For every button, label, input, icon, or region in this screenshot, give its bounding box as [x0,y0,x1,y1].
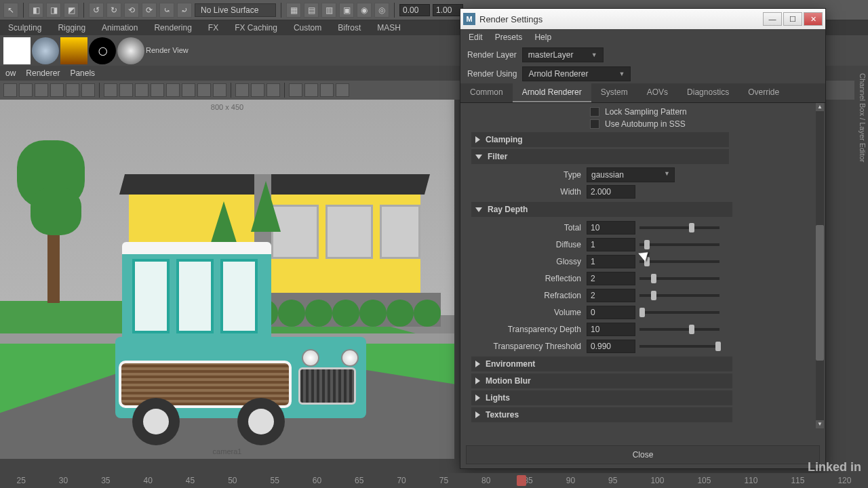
volume-input[interactable] [587,306,635,319]
tool-icon[interactable]: ↻ [106,3,121,18]
tool-icon[interactable]: ◉ [357,3,372,18]
tool-icon[interactable]: ⤾ [177,3,192,18]
scroll-down-icon[interactable]: ▼ [816,420,824,428]
shelf-tab[interactable]: FX Caching [226,20,285,35]
shelf-tab[interactable]: Animation [94,20,146,35]
lock-sampling-checkbox[interactable] [590,107,599,117]
vp-btn[interactable] [50,83,64,97]
tool-icon[interactable]: ▦ [286,3,301,18]
tab-diagnostics[interactable]: Diagnostics [677,83,738,102]
shelf-tab[interactable]: Custom [285,20,330,35]
panel-menu[interactable]: ow [5,68,16,78]
shelf-icon[interactable] [32,37,59,64]
trans-thresh-slider[interactable] [639,345,719,348]
shelf-tab[interactable]: Sculpting [0,20,50,35]
glossy-slider[interactable] [639,260,719,263]
section-lights[interactable]: Lights [471,390,732,405]
live-surface-dropdown[interactable]: No Live Surface [195,3,276,17]
refraction-input[interactable] [587,289,635,302]
menu-help[interactable]: Help [534,33,551,42]
close-button[interactable]: Close [466,445,820,464]
tool-icon[interactable]: ⟳ [142,3,157,18]
vp-btn[interactable] [135,83,149,97]
maximize-button[interactable]: ☐ [783,12,802,26]
vp-btn[interactable] [19,83,33,97]
section-clamping[interactable]: Clamping [471,132,729,147]
shelf-tab[interactable]: FX [200,20,226,35]
tab-arnold-renderer[interactable]: Arnold Renderer [513,83,591,102]
section-environment[interactable]: Environment [471,357,732,371]
tool-icon[interactable]: ↺ [89,3,104,18]
menu-edit[interactable]: Edit [469,33,483,42]
vp-btn[interactable] [336,83,349,97]
shelf-tab[interactable]: Bifrost [330,20,369,35]
render-using-dropdown[interactable]: Arnold Renderer▼ [522,66,631,81]
tool-icon[interactable]: ◨ [46,3,61,18]
tool-icon[interactable]: ◎ [374,3,389,18]
shelf-icon[interactable] [60,37,87,64]
scroll-up-icon[interactable]: ▲ [816,103,824,111]
tool-icon[interactable]: ↖ [3,3,18,18]
volume-slider[interactable] [639,311,719,314]
panel-menu[interactable]: Renderer [26,68,60,78]
vp-btn[interactable] [104,83,117,97]
right-panel-tabs[interactable]: Channel Box / Layer Editor [854,68,868,339]
trans-thresh-input[interactable] [587,340,635,353]
shelf-tab[interactable]: Rendering [146,20,199,35]
shelf-tab[interactable]: Rigging [50,20,94,35]
section-ray-depth[interactable]: Ray Depth [471,202,732,217]
tab-override[interactable]: Override [738,83,789,102]
trans-depth-input[interactable] [587,323,635,336]
vp-btn[interactable] [213,83,226,97]
tab-system[interactable]: System [591,83,637,102]
shelf-icon[interactable]: ◯ [89,37,116,64]
shelf-icon[interactable] [117,37,144,64]
tab-common[interactable]: Common [460,83,513,102]
diffuse-input[interactable] [587,238,635,251]
trans-depth-slider[interactable] [639,328,719,331]
tool-icon[interactable]: ▤ [304,3,319,18]
vp-btn[interactable] [151,83,164,97]
timeline[interactable]: 2530354045505560657075808590951001051101… [0,473,868,488]
reflection-slider[interactable] [639,277,719,280]
render-layer-dropdown[interactable]: masterLayer▼ [522,47,604,62]
refraction-slider[interactable] [639,294,719,297]
vp-btn[interactable] [251,83,264,97]
section-textures[interactable]: Textures [471,407,732,422]
vp-btn[interactable] [320,83,334,97]
tool-icon[interactable]: ▣ [339,3,354,18]
vp-btn[interactable] [3,83,17,97]
time-field-a[interactable] [399,4,430,16]
vp-btn[interactable] [35,83,48,97]
dialog-title-bar[interactable]: M Render Settings — ☐ ✕ [460,9,825,29]
vp-btn[interactable] [166,83,180,97]
tool-icon[interactable]: ◧ [28,3,43,18]
shelf-icon[interactable] [3,37,31,64]
vp-btn[interactable] [119,83,133,97]
vp-btn[interactable] [289,83,302,97]
panel-menu[interactable]: Panels [70,68,95,78]
shelf-tab[interactable]: MASH [369,20,409,35]
glossy-input[interactable] [587,255,635,268]
render-view-label[interactable]: Render View [146,46,189,54]
tool-icon[interactable]: ◩ [64,3,79,18]
menu-presets[interactable]: Presets [495,33,523,42]
total-input[interactable] [587,221,635,235]
filter-type-dropdown[interactable]: gaussian▼ [587,167,675,182]
autobump-checkbox[interactable] [590,119,599,129]
minimize-button[interactable]: — [763,12,782,26]
tab-aovs[interactable]: AOVs [637,83,677,102]
tool-icon[interactable]: ⤿ [159,3,174,18]
vp-btn[interactable] [182,83,195,97]
timeline-cursor[interactable] [517,475,526,486]
scrollbar-thumb[interactable] [816,225,824,361]
vp-btn[interactable] [66,83,79,97]
viewport-3d[interactable]: 800 x 450 camera1 [0,100,454,459]
total-slider[interactable] [639,226,719,229]
tool-icon[interactable]: ⟲ [124,3,139,18]
close-window-button[interactable]: ✕ [804,12,823,26]
vp-btn[interactable] [197,83,211,97]
reflection-input[interactable] [587,272,635,285]
section-filter[interactable]: Filter [471,149,729,164]
vp-btn[interactable] [304,83,318,97]
